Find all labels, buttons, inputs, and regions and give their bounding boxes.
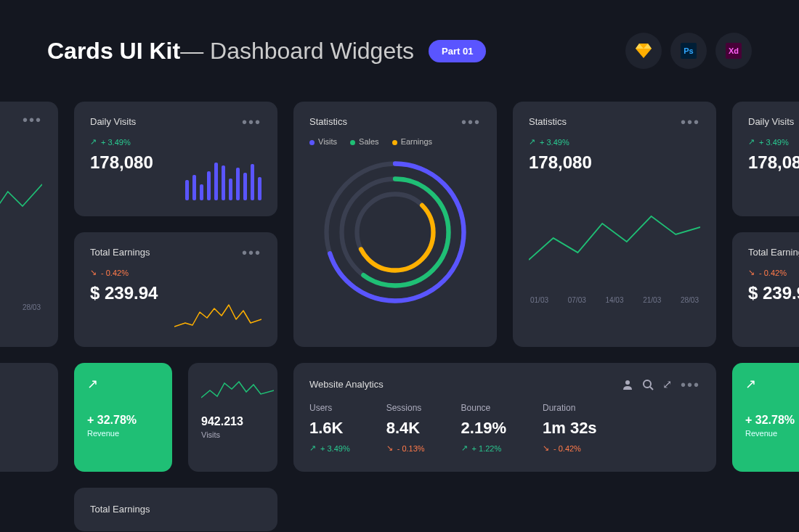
page-header: Cards UI Kit — Dashboard Widgets Part 01… bbox=[0, 0, 799, 94]
arrow-up-icon: ↗ bbox=[90, 137, 97, 147]
svg-point-10 bbox=[625, 380, 630, 385]
statistics-area-card: Statistics ••• ↗+ 3.49% 178,080 01/0307/… bbox=[513, 102, 716, 347]
svg-text:Xd: Xd bbox=[729, 46, 739, 55]
delta-up: ↗+ 3.49% bbox=[309, 443, 350, 453]
bounce-value: 2.19% bbox=[461, 419, 506, 438]
card-partial-left-2: ⤢ ••• bbox=[0, 363, 58, 472]
more-icon[interactable]: ••• bbox=[461, 118, 481, 126]
revenue-mini-card-right[interactable]: ↗ + 32.78% Revenue bbox=[732, 363, 799, 472]
title-bold: Cards UI Kit bbox=[47, 38, 180, 65]
revenue-mini-card[interactable]: ↗ + 32.78% Revenue bbox=[74, 363, 172, 472]
delta-down: ↘- 0.42% bbox=[543, 443, 597, 453]
delta-down: ↘- 0.42% bbox=[90, 268, 261, 277]
x-axis: 21/03 28/03 bbox=[0, 303, 42, 311]
website-analytics-card: Website Analytics ⤢ ••• Users 1.6K ↗+ 3.… bbox=[293, 363, 716, 472]
arrow-up-icon: ↗ bbox=[87, 376, 159, 392]
daily-visits-card: Daily Visits ••• ↗+ 3.49% 178,080 bbox=[74, 102, 277, 216]
area-chart bbox=[529, 187, 700, 282]
svg-line-12 bbox=[650, 387, 653, 390]
total-earnings-card: Total Earnings ••• ↘- 0.42% $ 239.94 bbox=[74, 232, 277, 347]
card-partial-left: ••• 21/03 28/03 bbox=[0, 102, 58, 347]
visits-value: 942.213 bbox=[201, 415, 264, 428]
total-earnings-card-right: Total Earnings ↘- 0.42% $ 239.94 bbox=[732, 232, 799, 347]
more-icon[interactable]: ••• bbox=[242, 249, 261, 256]
svg-point-11 bbox=[644, 380, 651, 388]
more-icon[interactable]: ••• bbox=[23, 116, 42, 123]
app-icons: Ps Xd bbox=[625, 33, 752, 69]
visits-label: Visits bbox=[201, 430, 264, 439]
search-icon[interactable] bbox=[642, 379, 654, 390]
statistics-donut-card: Statistics ••• Visits Sales Earnings bbox=[293, 102, 497, 347]
more-icon[interactable]: ••• bbox=[681, 381, 700, 388]
sparkline bbox=[174, 298, 261, 334]
more-icon[interactable]: ••• bbox=[242, 118, 261, 126]
delta-up: ↗+ 1.22% bbox=[461, 443, 506, 453]
chart-legend: Visits Sales Earnings bbox=[309, 137, 481, 146]
svg-text:Ps: Ps bbox=[684, 46, 693, 55]
sketch-icon[interactable] bbox=[625, 33, 662, 69]
card-title: Statistics bbox=[529, 116, 567, 127]
part-badge: Part 01 bbox=[429, 40, 486, 62]
delta-down: ↘- 0.42% bbox=[748, 268, 799, 277]
sparkline-green bbox=[201, 376, 274, 405]
arrow-down-icon: ↘ bbox=[90, 268, 97, 277]
delta-down: ↘- 0.13% bbox=[386, 443, 425, 453]
revenue-delta: + 32.78% bbox=[87, 414, 159, 427]
delta-up: ↗+ 3.49% bbox=[748, 137, 799, 147]
xd-icon[interactable]: Xd bbox=[715, 33, 752, 69]
stats-value: 178,080 bbox=[529, 152, 700, 173]
arrow-up-icon: ↗ bbox=[745, 376, 799, 392]
card-title: Total Earnings bbox=[90, 247, 150, 258]
more-icon[interactable]: ••• bbox=[681, 118, 700, 126]
delta-up: ↗+ 3.49% bbox=[529, 137, 700, 147]
x-axis: 01/0307/03 14/0321/03 28/03 bbox=[529, 296, 700, 304]
more-icon[interactable]: ••• bbox=[0, 382, 1, 390]
card-title: Website Analytics bbox=[309, 379, 384, 390]
card-title: Daily Visits bbox=[90, 116, 136, 127]
analytics-stats: Users 1.6K ↗+ 3.49% Sessions 8.4K ↘- 0.1… bbox=[309, 403, 700, 453]
arrow-up-icon: ↗ bbox=[529, 137, 535, 147]
visits-mini-card[interactable]: 942.213 Visits bbox=[188, 363, 277, 472]
bar-chart bbox=[185, 157, 261, 200]
daily-visits-card-right: Daily Visits ↗+ 3.49% 178,080 bbox=[732, 102, 799, 216]
total-earnings-card-bottom: Total Earnings bbox=[74, 488, 277, 531]
donut-chart bbox=[319, 156, 471, 308]
title-light: — Dashboard Widgets bbox=[180, 38, 414, 65]
duration-value: 1m 32s bbox=[543, 419, 597, 438]
users-value: 1.6K bbox=[309, 419, 350, 438]
sessions-value: 8.4K bbox=[386, 419, 425, 438]
photoshop-icon[interactable]: Ps bbox=[670, 33, 707, 69]
delta-up: ↗+ 3.49% bbox=[90, 137, 261, 147]
card-title: Statistics bbox=[309, 116, 347, 127]
expand-icon[interactable]: ⤢ bbox=[662, 377, 672, 391]
user-icon[interactable] bbox=[622, 379, 633, 390]
area-chart-partial bbox=[0, 163, 42, 257]
cards-grid: ••• 21/03 28/03 Daily Visits ••• ↗+ 3.49… bbox=[0, 102, 799, 532]
card-title: Total Earnings bbox=[90, 504, 150, 515]
revenue-label: Revenue bbox=[87, 429, 159, 438]
